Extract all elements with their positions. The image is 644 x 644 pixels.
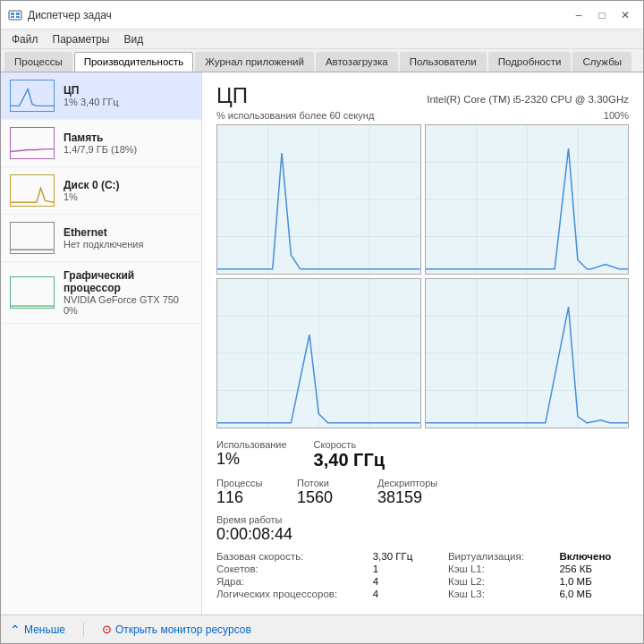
virt-val: Включено — [559, 551, 629, 562]
tab-apphistory[interactable]: Журнал приложений — [195, 52, 314, 72]
uptime-value: 0:00:08:44 — [216, 525, 292, 544]
cpu-sublabel: 1% 3,40 ГГц — [64, 97, 192, 107]
tab-services[interactable]: Службы — [572, 52, 631, 72]
stats-row-2: Процессы 116 Потоки 1560 Дескрипторы 381… — [216, 478, 629, 507]
cache-l3-key: Кэш L3: — [448, 589, 542, 599]
menu-bar: Файл Параметры Вид — [1, 30, 643, 49]
mem-label: Память — [64, 131, 192, 144]
sidebar-item-gpu[interactable]: Графический процессор NVIDIA GeForce GTX… — [1, 262, 201, 324]
svg-rect-1 — [11, 13, 14, 15]
mem-info: Память 1,4/7,9 ГБ (18%) — [64, 131, 192, 155]
cpu-thumbnail — [10, 80, 55, 112]
menu-file[interactable]: Файл — [4, 31, 46, 47]
chart-top-right — [425, 124, 630, 275]
cores-key: Ядра: — [216, 576, 355, 587]
eth-thumbnail — [10, 222, 55, 254]
base-speed-key: Базовая скорость: — [216, 551, 355, 562]
chevron-up-icon: ⌃ — [10, 623, 21, 637]
tab-startup[interactable]: Автозагрузка — [316, 52, 398, 72]
mem-thumbnail — [10, 127, 55, 159]
gpu-label: Графический процессор — [64, 269, 192, 294]
sockets-key: Сокетов: — [216, 564, 355, 574]
uptime-block: Время работы 0:00:08:44 — [216, 514, 292, 544]
stats-row-3: Время работы 0:00:08:44 — [216, 514, 629, 544]
title-bar-left: Диспетчер задач — [8, 8, 112, 22]
tab-bar: Процессы Производительность Журнал прило… — [1, 49, 643, 72]
chart-svg-tr — [426, 125, 629, 274]
descriptors-block: Дескрипторы 38159 — [377, 478, 437, 507]
threads-label: Потоки — [297, 478, 351, 488]
menu-view[interactable]: Вид — [116, 31, 150, 47]
speed-label: Скорость — [314, 439, 385, 450]
main-header: ЦП Intel(R) Core (TM) i5-2320 CPU @ 3.30… — [216, 83, 629, 108]
main-panel: ЦП Intel(R) Core (TM) i5-2320 CPU @ 3.30… — [202, 72, 643, 614]
disk-info: Диск 0 (C:) 1% — [64, 179, 192, 202]
sidebar-item-ethernet[interactable]: Ethernet Нет подключения — [1, 215, 201, 262]
minimize-label: Меньше — [24, 623, 65, 636]
sockets-val: 1 — [373, 564, 430, 574]
cpu-info: ЦП 1% 3,40 ГГц — [64, 84, 192, 107]
main-title: ЦП — [216, 83, 248, 108]
tab-details[interactable]: Подробности — [488, 52, 572, 72]
resource-monitor-link[interactable]: ⊙ Открыть монитор ресурсов — [102, 623, 251, 636]
disk-label: Диск 0 (C:) — [64, 179, 192, 191]
processes-label: Процессы — [216, 478, 270, 488]
cores-val: 4 — [373, 576, 430, 587]
chart-label-row: % использования более 60 секунд 100% — [216, 110, 629, 121]
uptime-label: Время работы — [216, 514, 292, 525]
gpu-sublabel2: NVIDIA GeForce GTX 750 — [64, 294, 192, 305]
info-table: Базовая скорость: 3,30 ГГц Виртуализация… — [216, 551, 629, 599]
sidebar-item-cpu[interactable]: ЦП 1% 3,40 ГГц — [1, 72, 201, 120]
cache-l2-val: 1,0 МБ — [559, 576, 629, 587]
threads-value: 1560 — [297, 488, 351, 507]
title-bar: Диспетчер задач – □ ✕ — [1, 1, 643, 30]
app-icon — [8, 8, 22, 22]
chart-top-left — [216, 124, 421, 275]
cache-l1-val: 256 КБ — [559, 564, 629, 574]
threads-block: Потоки 1560 — [297, 478, 351, 507]
sidebar: ЦП 1% 3,40 ГГц Память 1,4/7,9 ГБ (18%) — [1, 72, 202, 614]
processes-value: 116 — [216, 488, 270, 507]
content-area: ЦП 1% 3,40 ГГц Память 1,4/7,9 ГБ (18%) — [1, 72, 643, 614]
logical-val: 4 — [373, 589, 430, 599]
chart-max-label: 100% — [604, 110, 629, 121]
gpu-thumbnail — [10, 276, 55, 309]
logical-key: Логических процессоров: — [216, 589, 355, 599]
eth-info: Ethernet Нет подключения — [64, 226, 192, 250]
cache-l3-val: 6,0 МБ — [559, 589, 629, 599]
gpu-sublabel3: 0% — [64, 305, 192, 316]
speed-block: Скорость 3,40 ГГц — [314, 439, 385, 470]
tab-performance[interactable]: Производительность — [74, 52, 194, 72]
base-speed-val: 3,30 ГГц — [373, 551, 430, 562]
monitor-icon: ⊙ — [102, 623, 112, 636]
charts-grid — [216, 124, 629, 428]
close-button[interactable]: ✕ — [614, 4, 636, 26]
chart-bottom-right — [425, 278, 630, 428]
tab-processes[interactable]: Процессы — [4, 52, 72, 72]
chart-svg-br — [426, 279, 629, 428]
disk-sublabel: 1% — [64, 191, 192, 202]
mem-sublabel: 1,4/7,9 ГБ (18%) — [64, 144, 192, 155]
minimize-link[interactable]: ⌃ Меньше — [10, 623, 65, 637]
bottom-separator — [83, 623, 84, 637]
chart-svg-tl — [217, 125, 420, 274]
menu-params[interactable]: Параметры — [46, 31, 117, 47]
processes-block: Процессы 116 — [216, 478, 270, 507]
chart-bottom-left — [216, 278, 421, 428]
usage-value: 1% — [216, 450, 287, 469]
minimize-button[interactable]: – — [568, 4, 589, 26]
cache-l1-key: Кэш L1: — [448, 564, 542, 574]
sidebar-item-disk[interactable]: Диск 0 (C:) 1% — [1, 167, 201, 215]
title-controls: – □ ✕ — [568, 4, 636, 26]
maximize-button[interactable]: □ — [591, 4, 613, 26]
speed-value: 3,40 ГГц — [314, 450, 385, 470]
sidebar-item-memory[interactable]: Память 1,4/7,9 ГБ (18%) — [1, 120, 201, 167]
bottom-bar: ⌃ Меньше ⊙ Открыть монитор ресурсов — [1, 614, 643, 643]
svg-rect-3 — [11, 16, 14, 18]
window: Диспетчер задач – □ ✕ Файл Параметры Вид… — [0, 0, 644, 644]
gpu-info: Графический процессор NVIDIA GeForce GTX… — [64, 269, 192, 316]
tab-users[interactable]: Пользователи — [400, 52, 487, 72]
eth-sublabel: Нет подключения — [64, 239, 192, 250]
virt-key: Виртуализация: — [448, 551, 542, 562]
cpu-label: ЦП — [64, 84, 192, 97]
